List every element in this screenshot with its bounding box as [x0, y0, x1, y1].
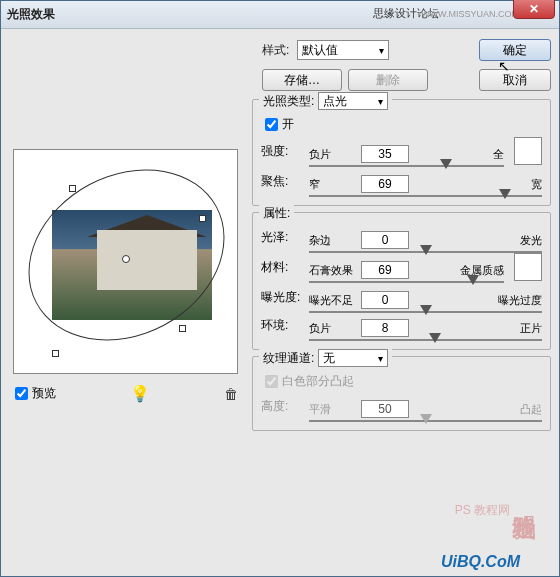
right-column: 样式: 默认值 确定 存储… 删除 取消 光照类型: 点光: [252, 39, 551, 566]
height-right: 凸起: [520, 402, 542, 417]
save-button[interactable]: 存储…: [262, 69, 342, 91]
slider-thumb[interactable]: [420, 305, 432, 315]
texture-label: 纹理通道:: [263, 350, 314, 367]
light-handle[interactable]: [52, 350, 59, 357]
preview-checkbox-input[interactable]: [15, 387, 28, 400]
footer-url: UiBQ.CoM: [441, 553, 520, 571]
properties-group-title: 属性:: [259, 205, 294, 222]
exposure-row: 曝光度: 曝光不足 曝光过度: [261, 285, 542, 309]
slider-thumb[interactable]: [440, 159, 452, 169]
preview-checkbox-label: 预览: [32, 385, 56, 402]
focus-row: 聚焦: 窄 宽: [261, 169, 542, 193]
ambience-right: 正片: [520, 321, 542, 336]
exposure-right: 曝光过度: [498, 293, 542, 308]
gloss-left: 杂边: [309, 233, 357, 248]
focus-right: 宽: [531, 177, 542, 192]
focus-left: 窄: [309, 177, 357, 192]
slider-track: [309, 165, 504, 167]
material-row: 材料: 石膏效果 金属质感: [261, 253, 542, 281]
preview-checkbox[interactable]: 预览: [15, 385, 56, 402]
ambience-row: 环境: 负片 正片: [261, 313, 542, 337]
style-dropdown[interactable]: 默认值: [297, 40, 389, 60]
light-handle[interactable]: [69, 185, 76, 192]
intensity-row: 强度: 负片 全: [261, 137, 542, 165]
save-delete-row: 存储… 删除 取消: [252, 69, 551, 91]
material-label: 材料:: [261, 259, 303, 276]
gloss-row: 光泽: 杂边 发光: [261, 225, 542, 249]
left-column: 预览 💡 🗑: [9, 39, 244, 566]
light-center-handle[interactable]: [122, 255, 130, 263]
white-high-input: [265, 375, 278, 388]
intensity-input[interactable]: [361, 145, 409, 163]
style-row: 样式: 默认值 确定: [252, 39, 551, 61]
slider-thumb[interactable]: [499, 189, 511, 199]
preview-canvas[interactable]: [13, 149, 238, 374]
exposure-label: 曝光度:: [261, 289, 303, 306]
lightbulb-icon[interactable]: 💡: [130, 384, 150, 403]
titlebar[interactable]: 光照效果 思缘设计论坛 WWW.MISSYUAN.COM ✕: [1, 1, 559, 29]
material-input[interactable]: [361, 261, 409, 279]
ok-button[interactable]: 确定: [479, 39, 551, 61]
slider-thumb: [420, 414, 432, 424]
ambience-left: 负片: [309, 321, 357, 336]
white-high-checkbox: 白色部分凸起: [265, 373, 542, 390]
light-type-dropdown[interactable]: 点光: [318, 92, 388, 110]
intensity-left: 负片: [309, 147, 357, 162]
cancel-button[interactable]: 取消: [479, 69, 551, 91]
forum-url: WWW.MISSYUAN.COM: [421, 9, 519, 19]
texture-group-title: 纹理通道: 无: [259, 349, 392, 367]
texture-value: 无: [323, 350, 335, 367]
light-type-group: 光照类型: 点光 开 强度: 负片: [252, 99, 551, 206]
close-icon: ✕: [529, 2, 539, 16]
intensity-right: 全: [493, 147, 504, 162]
height-row: 高度: 平滑 凸起: [261, 394, 542, 418]
dialog-body: 预览 💡 🗑 样式: 默认值 确定 存储… 删除 取消 光照类型: [1, 29, 559, 576]
light-type-label: 光照类型:: [263, 93, 314, 110]
light-type-group-title: 光照类型: 点光: [259, 92, 392, 110]
properties-group: 属性: 光泽: 杂边 发光: [252, 212, 551, 350]
intensity-label: 强度:: [261, 143, 303, 160]
preview-toolbar: 预览 💡 🗑: [9, 384, 244, 403]
exposure-input[interactable]: [361, 291, 409, 309]
close-button[interactable]: ✕: [513, 0, 555, 19]
focus-label: 聚焦:: [261, 173, 303, 190]
light-handle[interactable]: [199, 215, 206, 222]
light-on-label: 开: [282, 116, 294, 133]
ambience-label: 环境:: [261, 317, 303, 334]
slider-thumb[interactable]: [467, 275, 479, 285]
slider-track: [309, 339, 542, 341]
properties-label: 属性:: [263, 205, 290, 222]
delete-button[interactable]: 删除: [348, 69, 428, 91]
ambience-input[interactable]: [361, 319, 409, 337]
height-input: [361, 400, 409, 418]
dialog-window: 光照效果 思缘设计论坛 WWW.MISSYUAN.COM ✕: [0, 0, 560, 577]
gloss-label: 光泽:: [261, 229, 303, 246]
light-color-swatch[interactable]: [514, 137, 542, 165]
focus-input[interactable]: [361, 175, 409, 193]
ambient-color-swatch[interactable]: [514, 253, 542, 281]
window-title: 光照效果: [7, 6, 55, 23]
gloss-input[interactable]: [361, 231, 409, 249]
gloss-right: 发光: [520, 233, 542, 248]
height-label: 高度:: [261, 398, 303, 415]
trash-icon[interactable]: 🗑: [224, 386, 238, 402]
light-handle[interactable]: [179, 325, 186, 332]
style-value: 默认值: [302, 42, 338, 59]
exposure-left: 曝光不足: [309, 293, 357, 308]
texture-dropdown[interactable]: 无: [318, 349, 388, 367]
height-left: 平滑: [309, 402, 357, 417]
slider-thumb[interactable]: [420, 245, 432, 255]
light-type-value: 点光: [323, 93, 347, 110]
white-high-label: 白色部分凸起: [282, 373, 354, 390]
style-label: 样式:: [262, 42, 289, 59]
light-on-input[interactable]: [265, 118, 278, 131]
texture-group: 纹理通道: 无 白色部分凸起 高度: 平滑: [252, 356, 551, 431]
slider-thumb[interactable]: [429, 333, 441, 343]
material-left: 石膏效果: [309, 263, 357, 278]
light-on-checkbox[interactable]: 开: [265, 116, 542, 133]
